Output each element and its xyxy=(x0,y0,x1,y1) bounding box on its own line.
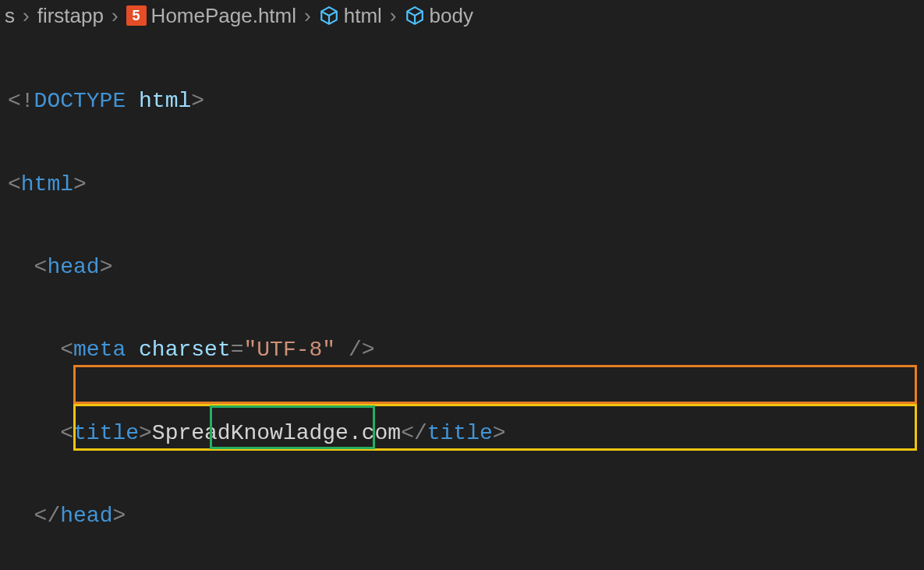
cube-icon xyxy=(405,5,425,26)
code-line: <html> xyxy=(8,164,924,205)
breadcrumb-item-symbol-body[interactable]: body xyxy=(400,4,478,28)
breadcrumb-item-symbol-html[interactable]: html xyxy=(314,4,387,28)
code-editor[interactable]: <!DOCTYPE html> <html> <head> <meta char… xyxy=(0,31,924,570)
code-line: <!DOCTYPE html> xyxy=(8,80,924,122)
breadcrumb: s › firstapp › 5 HomePage.html › html › … xyxy=(0,0,924,31)
code-line: <meta charset="UTF-8" /> xyxy=(8,329,924,370)
code-line: <head> xyxy=(8,246,924,288)
html5-icon: 5 xyxy=(126,5,147,26)
breadcrumb-file-label: HomePage.html xyxy=(151,4,296,28)
breadcrumb-item-folder[interactable]: firstapp xyxy=(33,4,108,28)
breadcrumb-symbol-label: body xyxy=(430,4,473,28)
code-line: <title>SpreadKnowladge.com</title> xyxy=(8,412,924,454)
chevron-right-icon: › xyxy=(110,4,120,28)
cube-icon xyxy=(319,5,339,26)
breadcrumb-symbol-label: html xyxy=(344,4,382,28)
annotation-box-orange xyxy=(73,365,917,404)
code-line: </head> xyxy=(8,495,924,536)
breadcrumb-item-file[interactable]: 5 HomePage.html xyxy=(122,4,301,28)
chevron-right-icon: › xyxy=(303,4,313,28)
breadcrumb-item-truncated[interactable]: s xyxy=(0,4,19,28)
chevron-right-icon: › xyxy=(21,4,31,28)
chevron-right-icon: › xyxy=(388,4,398,28)
